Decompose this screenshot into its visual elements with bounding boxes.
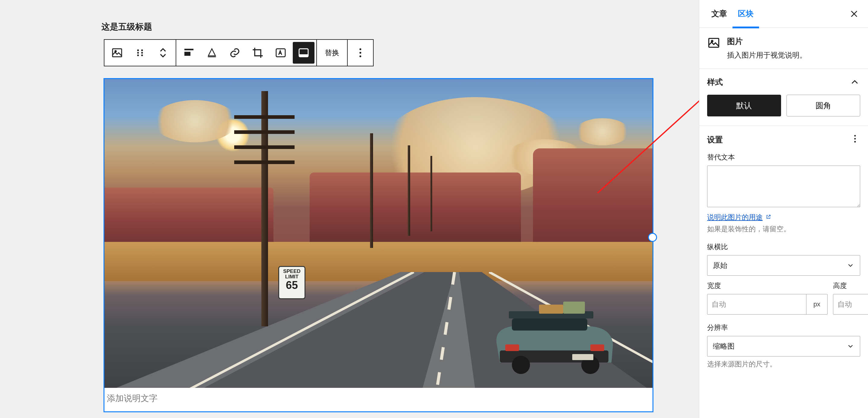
more-options-icon[interactable] [349,42,371,64]
align-icon[interactable] [178,42,200,64]
svg-rect-29 [505,345,519,351]
height-input[interactable] [833,294,868,314]
resolution-hint: 选择来源图片的尺寸。 [707,359,860,369]
drag-handle-icon[interactable] [129,42,151,64]
settings-sidebar: 文章 区块 图片 插入图片用于视觉说明。 样式 默认 圆角 设置 [699,0,868,418]
svg-point-34 [711,40,713,42]
tab-post[interactable]: 文章 [706,1,733,28]
alt-text-label: 替代文本 [707,153,860,162]
aspect-ratio-label: 纵横比 [707,242,860,252]
image-content-placeholder: SPEED LIMIT 65 [104,79,652,388]
chevron-down-icon [846,261,855,269]
image-block[interactable]: SPEED LIMIT 65 [104,78,653,412]
resolution-select[interactable]: 缩略图 [707,336,860,356]
svg-rect-23 [563,301,585,314]
svg-rect-30 [590,345,604,351]
svg-point-37 [854,141,856,142]
resolution-value: 缩略图 [713,342,735,351]
styles-heading: 样式 [707,77,723,88]
svg-rect-8 [184,49,193,51]
svg-rect-33 [709,38,719,47]
alt-text-input[interactable] [707,166,860,207]
alt-text-hint: 如果是装饰性的，请留空。 [707,224,860,234]
move-up-down-icon[interactable] [152,42,174,64]
block-info-title: 图片 [727,36,807,47]
external-link-icon [766,213,771,219]
style-default-button[interactable]: 默认 [707,95,781,117]
svg-rect-12 [299,54,308,57]
block-info-description: 插入图片用于视觉说明。 [727,51,807,60]
car-illustration [491,299,618,375]
replace-button[interactable]: 替换 [318,40,346,66]
styles-panel-header[interactable]: 样式 [707,76,860,88]
image-block-icon [707,36,720,50]
svg-rect-0 [113,49,122,57]
svg-point-36 [854,138,856,139]
aspect-ratio-value: 原始 [713,261,727,270]
settings-heading: 设置 [707,134,723,145]
close-sidebar-icon[interactable] [847,7,861,21]
resolution-label: 分辨率 [707,323,860,332]
heading-level-5[interactable]: 这是五级标题 [101,21,152,33]
svg-rect-31 [572,354,593,360]
svg-point-3 [137,52,139,54]
chevron-up-icon [849,76,860,88]
block-type-image-icon[interactable] [106,42,128,64]
block-toolbar: 替换 [104,39,374,66]
aspect-ratio-select[interactable]: 原始 [707,255,860,276]
svg-point-1 [115,51,117,52]
caption-icon[interactable] [293,42,314,64]
tab-block[interactable]: 区块 [733,1,759,28]
speed-limit-sign: SPEED LIMIT 65 [278,266,305,299]
width-label: 宽度 [707,281,828,290]
chevron-down-icon [846,342,855,350]
svg-point-13 [360,48,361,50]
text-align-icon[interactable] [201,42,223,64]
svg-point-7 [141,55,143,56]
svg-point-27 [512,356,530,374]
resize-handle-right[interactable] [648,233,657,242]
svg-point-15 [360,56,361,57]
image-caption-input[interactable] [104,388,652,410]
svg-rect-24 [539,304,563,314]
svg-point-4 [137,55,139,56]
svg-rect-9 [184,52,190,56]
svg-point-14 [360,52,361,54]
svg-rect-25 [512,319,587,330]
svg-point-2 [137,50,139,51]
svg-point-6 [141,52,143,54]
width-unit[interactable]: px [806,294,827,314]
svg-point-35 [854,135,856,137]
alt-text-help-link[interactable]: 说明此图片的用途 [707,213,763,221]
height-label: 高度 [833,281,868,290]
svg-point-5 [141,50,143,51]
text-overlay-icon[interactable] [270,42,291,64]
style-rounded-button[interactable]: 圆角 [786,95,861,117]
panel-options-icon[interactable] [850,134,860,146]
width-input[interactable] [707,294,806,314]
link-icon[interactable] [224,42,246,64]
crop-icon[interactable] [247,42,269,64]
